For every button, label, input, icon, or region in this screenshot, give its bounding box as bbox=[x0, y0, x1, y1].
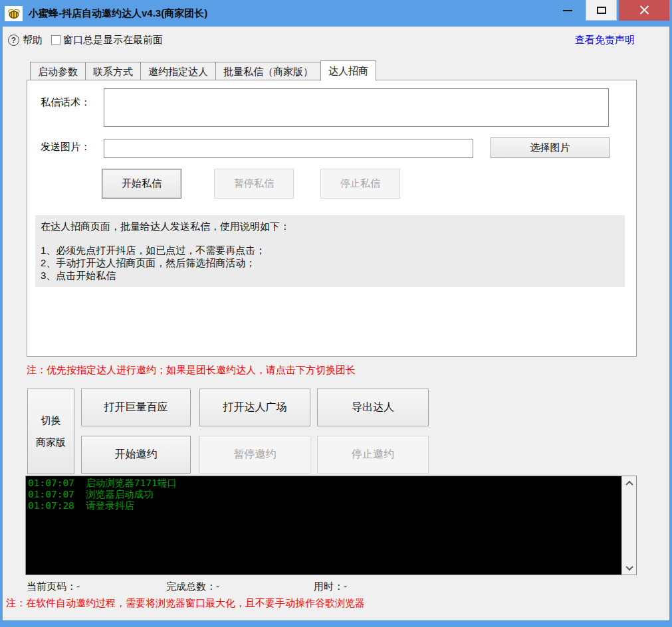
disclaimer-link[interactable]: 查看免责声明 bbox=[575, 34, 635, 46]
app-bee-icon bbox=[5, 6, 23, 21]
app-window: 小蜜蜂-抖店自动邀约达人v4.3(商家团长) ? 帮助 窗口总是显示在最前面 查… bbox=[0, 0, 672, 627]
usage-instructions: 在达人招商页面，批量给达人发送私信，使用说明如下： 1、必须先点打开抖店，如已点… bbox=[35, 215, 625, 287]
send-image-label: 发送图片： bbox=[41, 141, 90, 153]
current-page-status: 当前页码：- bbox=[27, 581, 80, 593]
choose-image-button[interactable]: 选择图片 bbox=[491, 137, 610, 158]
status-row: 当前页码：- 完成总数：- 用时：- bbox=[3, 581, 669, 594]
window-title: 小蜜蜂-抖店自动邀约达人v4.3(商家团长) bbox=[29, 7, 207, 20]
tab-contact-method[interactable]: 联系方式 bbox=[85, 62, 141, 80]
instruction-step-2: 2、手动打开达人招商页面，然后筛选招商活动； bbox=[41, 256, 619, 269]
tab-bulk-dm-merchant[interactable]: 批量私信（商家版） bbox=[215, 62, 321, 80]
start-invite-button[interactable]: 开始邀约 bbox=[81, 436, 191, 474]
bee-icon bbox=[7, 8, 21, 19]
log-line: 01:07:28 请登录抖店 bbox=[28, 500, 619, 511]
current-page-value: - bbox=[76, 581, 80, 592]
export-talents-button[interactable]: 导出达人 bbox=[317, 389, 429, 426]
completed-total-value: - bbox=[216, 581, 219, 592]
maximize-icon bbox=[597, 7, 606, 14]
log-line: 01:07:07 启动浏览器7171端口 bbox=[28, 478, 619, 489]
tab-bar: 启动参数 联系方式 邀约指定达人 批量私信（商家版） 达人招商 bbox=[30, 60, 376, 80]
send-image-input[interactable] bbox=[104, 139, 473, 158]
elapsed-time-status: 用时：- bbox=[314, 581, 347, 593]
always-on-top-checkbox[interactable]: 窗口总是显示在最前面 bbox=[51, 34, 163, 46]
current-page-label: 当前页码： bbox=[27, 581, 76, 592]
close-icon bbox=[639, 5, 649, 15]
talent-recruit-panel: 私信话术： 发送图片： 选择图片 开始私信 暂停私信 停止私信 在达人招商页面，… bbox=[27, 80, 637, 357]
pause-invite-button[interactable]: 暂停邀约 bbox=[199, 436, 310, 474]
switch-line2: 商家版 bbox=[36, 436, 66, 449]
maximize-button[interactable] bbox=[586, 0, 617, 21]
minimize-icon bbox=[563, 10, 572, 11]
close-button[interactable] bbox=[619, 0, 669, 21]
dm-script-textarea[interactable] bbox=[104, 88, 609, 127]
priority-note: 注：优先按指定达人进行邀约；如果是团长邀约达人，请点击下方切换团长 bbox=[27, 364, 356, 377]
tab-start-params[interactable]: 启动参数 bbox=[30, 62, 86, 80]
instruction-step-3: 3、点击开始私信 bbox=[41, 269, 619, 282]
open-talent-square-button[interactable]: 打开达人广场 bbox=[199, 389, 310, 426]
help-icon: ? bbox=[8, 35, 19, 46]
minimize-button[interactable] bbox=[554, 0, 582, 21]
pause-dm-button[interactable]: 暂停私信 bbox=[214, 169, 294, 199]
client-area: ? 帮助 窗口总是显示在最前面 查看免责声明 启动参数 联系方式 邀约指定达人 … bbox=[3, 27, 669, 620]
open-juliang-baiying-button[interactable]: 打开巨量百应 bbox=[81, 389, 191, 426]
completed-total-status: 完成总数：- bbox=[166, 581, 219, 593]
elapsed-time-label: 用时： bbox=[314, 581, 344, 592]
always-on-top-label: 窗口总是显示在最前面 bbox=[63, 34, 163, 46]
help-button[interactable]: ? 帮助 bbox=[8, 34, 43, 46]
browser-warning-note: 注：在软件自动邀约过程，需要将浏览器窗口最大化，且不要手动操作谷歌浏览器 bbox=[6, 597, 365, 610]
tab-invite-specified[interactable]: 邀约指定达人 bbox=[140, 62, 216, 80]
switch-merchant-version-button[interactable]: 切换 商家版 bbox=[27, 389, 74, 474]
elapsed-time-value: - bbox=[344, 581, 347, 592]
help-label: 帮助 bbox=[23, 34, 43, 46]
scroll-down-arrow-icon[interactable] bbox=[622, 562, 636, 573]
log-line: 01:07:07 浏览器启动成功 bbox=[28, 489, 619, 500]
instructions-intro: 在达人招商页面，批量给达人发送私信，使用说明如下： bbox=[41, 221, 619, 233]
checkbox-unchecked[interactable] bbox=[51, 35, 60, 45]
log-box: 01:07:07 启动浏览器7171端口 01:07:07 浏览器启动成功 01… bbox=[25, 476, 637, 575]
tab-talent-recruit[interactable]: 达人招商 bbox=[320, 60, 376, 81]
completed-total-label: 完成总数： bbox=[166, 581, 216, 592]
dm-script-label: 私信话术： bbox=[41, 96, 90, 109]
log-scrollbar[interactable] bbox=[621, 476, 636, 575]
stop-invite-button[interactable]: 停止邀约 bbox=[317, 436, 429, 474]
stop-dm-button[interactable]: 停止私信 bbox=[320, 169, 400, 199]
scroll-up-arrow-icon[interactable] bbox=[622, 478, 636, 489]
instruction-step-1: 1、必须先点打开抖店，如已点过，不需要再点击； bbox=[41, 244, 619, 256]
log-output: 01:07:07 启动浏览器7171端口 01:07:07 浏览器启动成功 01… bbox=[26, 476, 621, 575]
switch-line1: 切换 bbox=[41, 414, 61, 427]
start-dm-button[interactable]: 开始私信 bbox=[102, 169, 181, 199]
